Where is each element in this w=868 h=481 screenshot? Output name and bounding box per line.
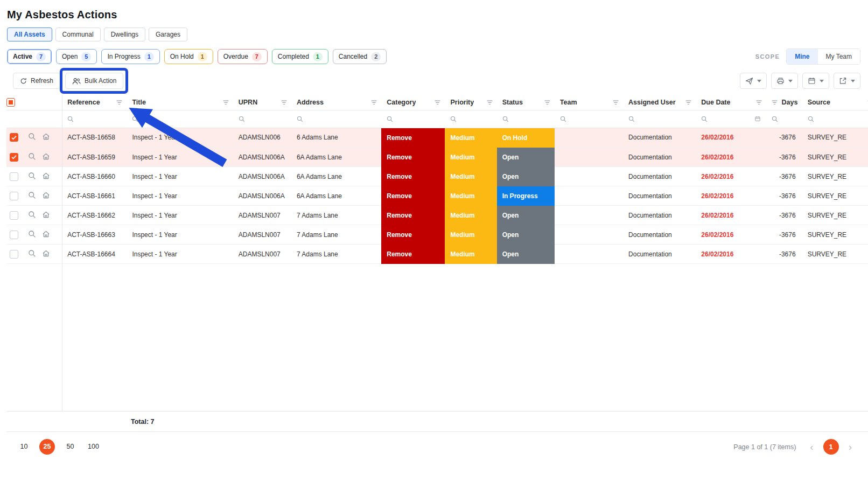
column-header-team[interactable]: Team bbox=[555, 95, 623, 110]
row-checkbox[interactable] bbox=[10, 133, 18, 142]
search-icon[interactable] bbox=[450, 116, 457, 122]
column-header-status[interactable]: Status bbox=[497, 95, 555, 110]
asset-tab-communal[interactable]: Communal bbox=[55, 27, 101, 41]
search-icon[interactable] bbox=[297, 116, 303, 122]
calendar-filter-icon[interactable] bbox=[754, 116, 761, 122]
grid-scroll[interactable]: ReferenceTitleUPRNAddressCategoryPriorit… bbox=[6, 95, 868, 411]
column-header-assigned-user[interactable]: Assigned User bbox=[623, 95, 696, 110]
search-icon[interactable] bbox=[387, 116, 393, 122]
status-filter-overdue[interactable]: Overdue7 bbox=[218, 49, 268, 64]
search-icon[interactable] bbox=[808, 116, 814, 122]
search-icon[interactable] bbox=[67, 116, 74, 122]
view-details-button[interactable] bbox=[28, 172, 36, 180]
column-header-priority[interactable]: Priority bbox=[445, 95, 496, 110]
page-size-100[interactable]: 100 bbox=[86, 439, 101, 455]
filter-cell-due-date[interactable] bbox=[696, 110, 766, 128]
table-row[interactable]: ACT-ASB-16658Inspect - 1 YearADAMSLN0066… bbox=[6, 128, 868, 148]
table-row[interactable]: ACT-ASB-16661Inspect - 1 YearADAMSLN006A… bbox=[6, 186, 868, 206]
column-header-category[interactable]: Category bbox=[381, 95, 445, 110]
asset-home-button[interactable] bbox=[42, 191, 50, 199]
filter-cell-source[interactable] bbox=[802, 110, 868, 128]
table-row[interactable]: ACT-ASB-16660Inspect - 1 YearADAMSLN006A… bbox=[6, 167, 868, 186]
asset-home-button[interactable] bbox=[42, 152, 50, 161]
column-header-reference[interactable]: Reference bbox=[62, 95, 127, 110]
view-details-button[interactable] bbox=[28, 191, 36, 199]
page-size-25[interactable]: 25 bbox=[39, 439, 55, 455]
search-icon[interactable] bbox=[502, 116, 509, 122]
row-checkbox[interactable] bbox=[10, 192, 18, 200]
view-details-button[interactable] bbox=[28, 249, 36, 257]
filter-cell-reference[interactable] bbox=[62, 110, 127, 128]
print-dropdown-button[interactable] bbox=[771, 73, 798, 89]
view-details-button[interactable] bbox=[28, 211, 36, 219]
view-details-button[interactable] bbox=[28, 133, 36, 141]
page-size-10[interactable]: 10 bbox=[16, 439, 32, 455]
refresh-button[interactable]: Refresh bbox=[13, 73, 60, 89]
filter-icon[interactable] bbox=[223, 100, 229, 105]
search-icon[interactable] bbox=[560, 116, 566, 122]
asset-tab-all-assets[interactable]: All Assets bbox=[7, 27, 52, 41]
filter-cell-priority[interactable] bbox=[445, 110, 496, 128]
prev-page-button[interactable]: ‹ bbox=[810, 442, 813, 452]
asset-tab-dwellings[interactable]: Dwellings bbox=[104, 27, 145, 41]
asset-tab-garages[interactable]: Garages bbox=[149, 27, 187, 41]
next-page-button[interactable]: › bbox=[849, 442, 852, 452]
status-filter-completed[interactable]: Completed1 bbox=[272, 49, 328, 64]
column-header-due-date[interactable]: Due Date bbox=[696, 95, 766, 110]
asset-home-button[interactable] bbox=[42, 172, 50, 180]
status-filter-open[interactable]: Open5 bbox=[56, 49, 97, 64]
table-row[interactable]: ACT-ASB-16663Inspect - 1 YearADAMSLN0077… bbox=[6, 225, 868, 245]
search-icon[interactable] bbox=[239, 116, 245, 122]
row-checkbox[interactable] bbox=[10, 172, 18, 181]
page-size-50[interactable]: 50 bbox=[62, 439, 78, 455]
asset-home-button[interactable] bbox=[42, 249, 50, 257]
calendar-dropdown-button[interactable] bbox=[802, 73, 829, 89]
filter-icon[interactable] bbox=[772, 100, 778, 105]
search-icon[interactable] bbox=[701, 116, 708, 122]
filter-cell-team[interactable] bbox=[555, 110, 623, 128]
export-dropdown-button[interactable] bbox=[834, 73, 860, 89]
column-header-days-left[interactable]: Days Left bbox=[766, 95, 802, 110]
view-details-button[interactable] bbox=[28, 152, 36, 161]
filter-icon[interactable] bbox=[487, 100, 493, 105]
column-header-title[interactable]: Title bbox=[127, 95, 233, 110]
filter-cell-status[interactable] bbox=[497, 110, 555, 128]
send-dropdown-button[interactable] bbox=[740, 73, 767, 89]
asset-home-button[interactable] bbox=[42, 211, 50, 219]
status-filter-on-hold[interactable]: On Hold1 bbox=[164, 49, 213, 64]
select-all-checkbox[interactable] bbox=[6, 98, 15, 107]
filter-icon[interactable] bbox=[756, 100, 762, 105]
asset-home-button[interactable] bbox=[42, 230, 50, 238]
table-row[interactable]: ACT-ASB-16662Inspect - 1 YearADAMSLN0077… bbox=[6, 206, 868, 225]
status-filter-active[interactable]: Active7 bbox=[7, 49, 52, 64]
search-icon[interactable] bbox=[628, 116, 635, 122]
filter-cell-uprn[interactable] bbox=[233, 110, 291, 128]
filter-cell-title[interactable] bbox=[127, 110, 233, 128]
filter-cell-category[interactable] bbox=[381, 110, 445, 128]
view-details-button[interactable] bbox=[28, 230, 36, 238]
filter-icon[interactable] bbox=[544, 100, 550, 105]
filter-icon[interactable] bbox=[281, 100, 287, 105]
filter-icon[interactable] bbox=[613, 100, 619, 105]
row-checkbox[interactable] bbox=[10, 250, 18, 259]
scope-mine[interactable]: Mine bbox=[787, 49, 817, 64]
table-row[interactable]: ACT-ASB-16664Inspect - 1 YearADAMSLN0077… bbox=[6, 245, 868, 264]
column-header-source[interactable]: Source bbox=[802, 95, 868, 110]
current-page-button[interactable]: 1 bbox=[823, 439, 839, 455]
column-header-address[interactable]: Address bbox=[291, 95, 381, 110]
asset-home-button[interactable] bbox=[42, 133, 50, 141]
column-header-uprn[interactable]: UPRN bbox=[233, 95, 291, 110]
row-checkbox[interactable] bbox=[10, 153, 18, 162]
table-row[interactable]: ACT-ASB-16659Inspect - 1 YearADAMSLN006A… bbox=[6, 148, 868, 167]
filter-cell-address[interactable] bbox=[291, 110, 381, 128]
filter-cell-assigned-user[interactable] bbox=[623, 110, 696, 128]
filter-icon[interactable] bbox=[116, 100, 122, 105]
filter-icon[interactable] bbox=[435, 100, 440, 105]
row-checkbox[interactable] bbox=[10, 231, 18, 239]
search-icon[interactable] bbox=[772, 116, 778, 122]
filter-cell-days-left[interactable] bbox=[766, 110, 802, 128]
status-filter-cancelled[interactable]: Cancelled2 bbox=[333, 49, 387, 64]
row-checkbox[interactable] bbox=[10, 211, 18, 220]
search-icon[interactable] bbox=[132, 116, 138, 122]
bulk-action-button[interactable]: Bulk Action bbox=[65, 73, 123, 89]
